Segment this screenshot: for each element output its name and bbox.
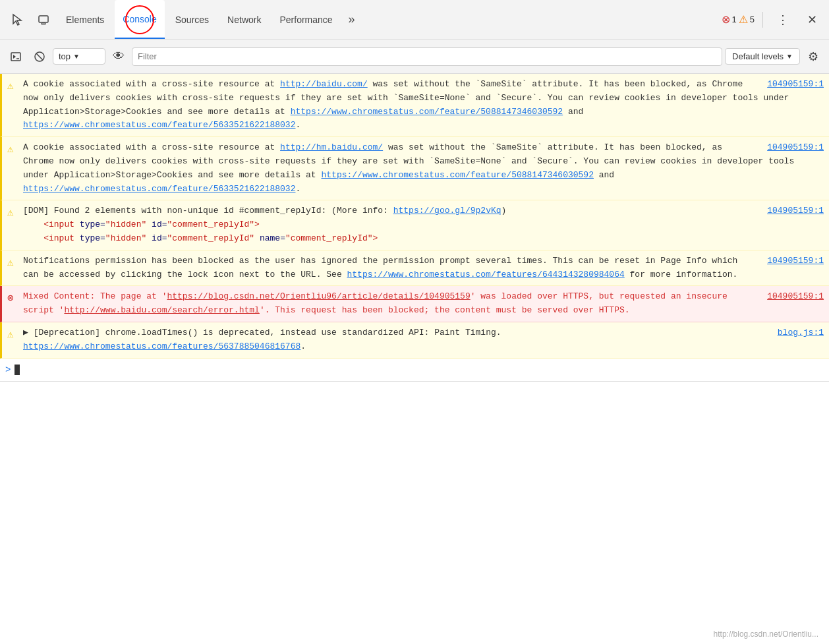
console-prompt-row[interactable]: > bbox=[0, 359, 829, 382]
run-script-btn[interactable] bbox=[5, 46, 26, 67]
error-badge: ⊗ 1 ⚠ 5 bbox=[722, 13, 755, 26]
console-entry: ⚠ 104905159:1 [DOM] Found 2 elements wit… bbox=[0, 200, 829, 250]
entry-link[interactable]: https://blog.csdn.net/Orientliu96/articl… bbox=[167, 291, 470, 301]
error-icon: ⊗ bbox=[722, 13, 730, 26]
prompt-arrow: > bbox=[5, 363, 11, 377]
entry-link[interactable]: https://www.chromestatus.com/feature/508… bbox=[321, 170, 593, 180]
entry-body: 104905159:1 A cookie associated with a c… bbox=[23, 78, 824, 132]
warn-icon: ⚠ bbox=[7, 327, 14, 344]
tab-right-group: ⊗ 1 ⚠ 5 ⋮ ✕ bbox=[722, 8, 824, 32]
context-selector[interactable]: top ▼ bbox=[53, 48, 105, 65]
entry-link[interactable]: https://www.chromestatus.com/feature/508… bbox=[291, 107, 563, 117]
tab-divider bbox=[762, 12, 763, 28]
entry-link[interactable]: http://www.baidu.com/search/error.html bbox=[64, 305, 259, 315]
watermark: http://blog.csdn.net/Orientliu... bbox=[714, 629, 818, 639]
entry-link[interactable]: https://www.chromestatus.com/features/64… bbox=[347, 270, 624, 279]
entry-link[interactable]: https://www.chromestatus.com/feature/563… bbox=[23, 184, 295, 194]
entry-link[interactable]: https://www.chromestatus.com/feature/563… bbox=[23, 120, 295, 130]
svg-line-4 bbox=[36, 53, 43, 60]
close-btn[interactable]: ✕ bbox=[800, 8, 824, 32]
cursor-icon-btn[interactable] bbox=[5, 8, 29, 32]
error-icon: ⊗ bbox=[7, 291, 14, 308]
console-entry: ⚠ 104905159:1 Notifications permission h… bbox=[0, 250, 829, 287]
console-entry: ⚠ blog.js:1 ▶ [Deprecation] chrome.loadT… bbox=[0, 322, 829, 359]
entry-source-link[interactable]: 104905159:1 bbox=[767, 254, 824, 268]
eye-btn[interactable]: 👁 bbox=[108, 46, 129, 67]
svg-rect-0 bbox=[39, 16, 48, 22]
settings-gear-btn[interactable]: ⚙ bbox=[803, 46, 824, 67]
tab-performance[interactable]: Performance bbox=[272, 0, 340, 39]
entry-source-link[interactable]: 104905159:1 bbox=[767, 141, 824, 155]
console-entry: ⚠ 104905159:1 A cookie associated with a… bbox=[0, 137, 829, 200]
entry-body: 104905159:1 Mixed Content: The page at '… bbox=[23, 290, 824, 318]
tab-sources[interactable]: Sources bbox=[167, 0, 217, 39]
levels-selector[interactable]: Default levels ▼ bbox=[725, 48, 800, 65]
svg-rect-1 bbox=[42, 23, 45, 24]
warn-icon: ⚠ bbox=[7, 205, 14, 222]
console-entry: ⚠ 104905159:1 A cookie associated with a… bbox=[0, 74, 829, 137]
devtools-tabs-bar: Elements Console Sources Network Perform… bbox=[0, 0, 829, 40]
entry-source-link[interactable]: blog.js:1 bbox=[778, 326, 824, 340]
entry-source-link[interactable]: 104905159:1 bbox=[767, 78, 824, 92]
entry-link[interactable]: http://hm.baidu.com/ bbox=[280, 142, 383, 152]
entry-body: 104905159:1 Notifications permission has… bbox=[23, 254, 824, 282]
tab-elements[interactable]: Elements bbox=[58, 0, 112, 39]
entry-body: blog.js:1 ▶ [Deprecation] chrome.loadTim… bbox=[23, 326, 824, 354]
entry-link[interactable]: https://goo.gl/9p2vKq bbox=[393, 206, 501, 216]
entry-body: 104905159:1 A cookie associated with a c… bbox=[23, 141, 824, 196]
tab-network[interactable]: Network bbox=[219, 0, 269, 39]
device-icon-btn[interactable] bbox=[32, 8, 55, 32]
prompt-cursor bbox=[14, 365, 20, 375]
tab-console[interactable]: Console bbox=[115, 0, 164, 39]
warn-icon: ⚠ bbox=[7, 255, 14, 272]
warn-icon: ⚠ bbox=[7, 78, 14, 96]
console-toolbar: top ▼ 👁 Default levels ▼ ⚙ bbox=[0, 40, 829, 74]
more-options-btn[interactable]: ⋮ bbox=[771, 8, 795, 32]
entry-body: 104905159:1 [DOM] Found 2 elements with … bbox=[23, 204, 824, 245]
clear-console-btn[interactable] bbox=[29, 46, 50, 67]
console-entry: ⊗ 104905159:1 Mixed Content: The page at… bbox=[0, 286, 829, 322]
entry-link[interactable]: http://baidu.com/ bbox=[280, 79, 368, 89]
tab-more-btn[interactable]: » bbox=[343, 9, 360, 30]
warn-icon: ⚠ bbox=[7, 142, 14, 159]
entry-link[interactable]: https://www.chromestatus.com/features/56… bbox=[23, 341, 300, 351]
console-content: ⚠ 104905159:1 A cookie associated with a… bbox=[0, 74, 829, 644]
entry-source-link[interactable]: 104905159:1 bbox=[767, 204, 824, 218]
warn-icon: ⚠ bbox=[739, 13, 748, 26]
filter-input[interactable] bbox=[132, 47, 722, 66]
entry-source-link[interactable]: 104905159:1 bbox=[767, 290, 824, 304]
